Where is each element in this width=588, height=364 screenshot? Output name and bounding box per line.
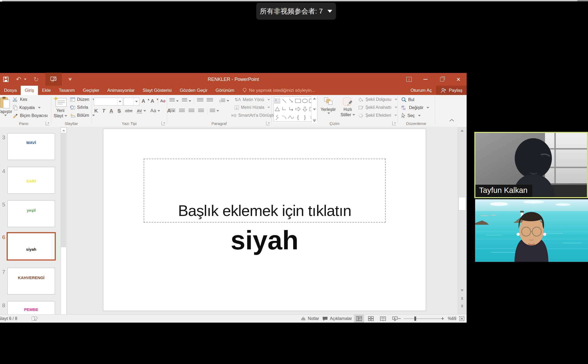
- slide-body-text[interactable]: siyah: [103, 225, 426, 255]
- align-left-button[interactable]: [169, 109, 175, 113]
- title-placeholder[interactable]: Başlık eklemek için tıklatın: [144, 159, 386, 223]
- shape-triangle-icon[interactable]: [274, 105, 281, 113]
- shapes-gallery[interactable]: A { } ☆: [274, 97, 317, 122]
- shape-oval-icon[interactable]: [301, 97, 308, 105]
- reading-view-button[interactable]: [378, 315, 388, 323]
- panel-scroll-up-button[interactable]: [61, 127, 67, 133]
- cizim-dialog-launcher[interactable]: [392, 122, 396, 125]
- scroll-down-button[interactable]: [458, 287, 466, 293]
- columns-dropdown-icon[interactable]: [216, 110, 219, 112]
- zoom-slider-thumb[interactable]: [414, 317, 416, 321]
- copy-button[interactable]: Kopyala: [13, 105, 41, 110]
- line-spacing-dropdown-icon[interactable]: [227, 100, 229, 102]
- section-button[interactable]: Bölüm: [70, 113, 95, 118]
- thumbnail-slide-3[interactable]: MAVİ: [7, 133, 55, 160]
- zoom-slider[interactable]: [404, 318, 441, 319]
- format-painter-button[interactable]: Biçim Boyacısı: [13, 113, 48, 118]
- participants-dropdown-button[interactable]: 所有非视频参会者: 7: [256, 3, 336, 20]
- numbering-button[interactable]: [182, 98, 191, 103]
- slide-sorter-view-button[interactable]: [366, 315, 376, 323]
- increase-indent-button[interactable]: [207, 98, 213, 103]
- slide-6[interactable]: Başlık eklemek için tıklatın siyah: [103, 129, 426, 311]
- gallery-scroll-up-icon[interactable]: [313, 98, 316, 99]
- font-name-combo[interactable]: [94, 98, 123, 106]
- shape-fill-button[interactable]: Şekil Dolgusu: [359, 97, 397, 102]
- minimize-button[interactable]: [417, 73, 434, 86]
- select-dropdown-icon[interactable]: [418, 115, 421, 116]
- arrange-dropdown-icon[interactable]: [327, 112, 330, 114]
- tab-slayt-gosterisi[interactable]: Slayt Gösterisi: [139, 86, 176, 95]
- shape-right-arrow-icon[interactable]: [295, 105, 301, 113]
- character-spacing-button[interactable]: AV: [137, 109, 146, 113]
- font-size-combo[interactable]: [123, 98, 139, 106]
- shape-left-brace-icon[interactable]: {: [295, 113, 301, 121]
- shrink-font-button[interactable]: A▼: [151, 98, 159, 104]
- zoom-level[interactable]: %69: [448, 315, 456, 323]
- replace-dropdown-icon[interactable]: [427, 107, 429, 109]
- tab-animasyonlar[interactable]: Animasyonlar: [103, 86, 139, 95]
- fit-slide-button[interactable]: [459, 315, 465, 323]
- tab-gecisler[interactable]: Geçişler: [79, 86, 103, 95]
- video-feed-participant-2[interactable]: [475, 199, 588, 262]
- slide-scrollbar[interactable]: [458, 127, 466, 314]
- find-button[interactable]: Bul: [401, 97, 414, 102]
- shape-curve-icon[interactable]: [288, 113, 295, 121]
- ribbon-display-options-button[interactable]: ↑: [401, 73, 417, 86]
- tab-tasarim[interactable]: Tasarım: [55, 86, 79, 95]
- normal-view-button[interactable]: [354, 315, 364, 323]
- thumbnail-slide-6-selected[interactable]: siyah: [7, 232, 56, 261]
- gallery-scroll-down-icon[interactable]: [313, 109, 316, 110]
- italic-button[interactable]: T: [102, 108, 105, 114]
- shape-right-brace-icon[interactable]: }: [301, 113, 308, 121]
- arrange-button[interactable]: Yerleştir: [321, 97, 336, 114]
- new-slide-button[interactable]: Yeni Slayt: [54, 97, 67, 118]
- quick-styles-dropdown-icon[interactable]: [352, 114, 355, 116]
- tab-giris[interactable]: Giriş: [21, 86, 38, 95]
- columns-button[interactable]: [210, 109, 219, 113]
- tab-gorunum[interactable]: Görünüm: [212, 86, 238, 95]
- collapse-ribbon-button[interactable]: [449, 118, 456, 124]
- next-slide-button[interactable]: [458, 302, 466, 310]
- tab-ekle[interactable]: Ekle: [38, 86, 55, 95]
- bullets-dropdown-icon[interactable]: [176, 100, 179, 102]
- clear-formatting-button[interactable]: A: [160, 98, 166, 103]
- notes-toggle[interactable]: Notlar: [301, 315, 319, 323]
- pano-dialog-launcher[interactable]: [46, 122, 49, 125]
- zoom-in-button[interactable]: +: [441, 315, 444, 323]
- shape-textbox-icon[interactable]: A: [274, 97, 281, 105]
- shape-elbow-icon[interactable]: [281, 105, 288, 113]
- thumbnail-panel-scrollbar[interactable]: [61, 127, 66, 314]
- bullets-button[interactable]: [169, 98, 179, 103]
- comments-toggle[interactable]: Açıklamalar: [322, 315, 352, 323]
- justify-button[interactable]: [198, 109, 204, 113]
- sign-in-button[interactable]: Oturum Aç: [406, 86, 436, 95]
- paste-dropdown-icon[interactable]: [4, 115, 7, 116]
- shape-rectangle-icon[interactable]: [295, 97, 301, 105]
- shape-arrow-icon[interactable]: [288, 97, 295, 105]
- align-text-button[interactable]: Metni Hizala: [235, 105, 270, 110]
- numbering-dropdown-icon[interactable]: [189, 100, 191, 102]
- panel-scrollbar-thumb[interactable]: [61, 247, 67, 314]
- thumbnail-slide-8[interactable]: PEMBE: [7, 301, 55, 314]
- share-button[interactable]: Paylaş: [436, 86, 467, 95]
- grow-font-button[interactable]: A▲: [142, 98, 150, 104]
- shape-elbow-arrow-icon[interactable]: [288, 105, 295, 113]
- text-shadow-button[interactable]: S: [117, 108, 121, 114]
- shape-scribble-icon[interactable]: [274, 113, 281, 121]
- shape-down-arrow-icon[interactable]: [301, 105, 308, 113]
- restore-button[interactable]: [434, 73, 450, 86]
- paragraf-dialog-launcher[interactable]: [266, 122, 270, 125]
- tab-gozden-gecir[interactable]: Gözden Geçir: [176, 86, 212, 95]
- previous-slide-button[interactable]: [458, 294, 466, 302]
- text-direction-button[interactable]: ⇅AMetin Yönü: [235, 97, 270, 102]
- shape-effects-button[interactable]: Şekil Efektleri: [359, 113, 397, 118]
- paste-button[interactable]: Yapıştır: [0, 97, 12, 116]
- shape-arc-icon[interactable]: [281, 113, 288, 121]
- tell-me-box[interactable]: Ne yapmak istediğinizi söyleyin...: [238, 86, 315, 95]
- bold-button[interactable]: K: [94, 108, 98, 114]
- select-button[interactable]: Seç: [401, 113, 421, 118]
- reset-button[interactable]: Sıfırla: [70, 105, 88, 110]
- close-button[interactable]: ×: [450, 73, 467, 86]
- video-feed-active-speaker[interactable]: Tayfun Kalkan: [474, 132, 588, 198]
- align-right-button[interactable]: [189, 109, 194, 113]
